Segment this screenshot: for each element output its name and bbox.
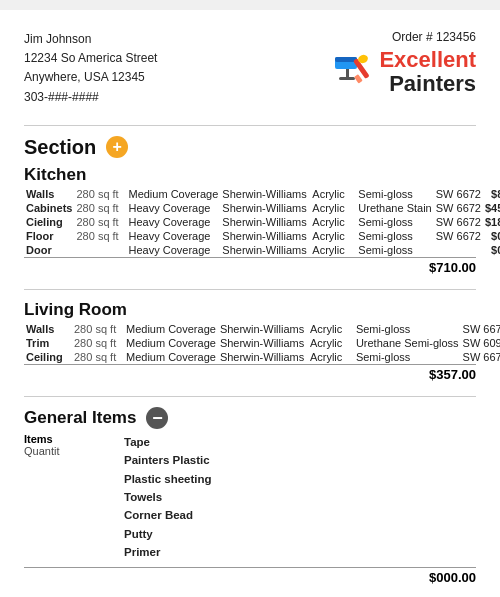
living-room-table: Walls 280 sq ft Medium Coverage Sherwin-…	[24, 322, 500, 364]
remove-general-button[interactable]: −	[146, 407, 168, 429]
table-row: Floor 280 sq ft Heavy Coverage Sherwin-W…	[24, 229, 500, 243]
table-row: Door Heavy Coverage Sherwin-Williams Acr…	[24, 243, 500, 257]
items-col-header: Items	[24, 433, 114, 445]
living-room-title: Living Room	[24, 300, 476, 320]
page: Jim Johnson 12234 So America Street Anyw…	[0, 10, 500, 597]
table-row: Walls 280 sq ft Medium Coverage Sherwin-…	[24, 187, 500, 201]
header-divider	[24, 125, 476, 126]
address-line1: 12234 So America Street	[24, 49, 157, 68]
customer-name: Jim Johnson	[24, 30, 157, 49]
general-item: Plastic sheeting	[124, 470, 212, 488]
kitchen-divider	[24, 289, 476, 290]
quantity-col-header: Quantit	[24, 445, 114, 457]
general-items-list: TapePainters PlasticPlastic sheetingTowe…	[124, 433, 212, 562]
section-label: Section	[24, 136, 96, 159]
table-row: Cieling 280 sq ft Heavy Coverage Sherwin…	[24, 215, 500, 229]
kitchen-section: Kitchen Walls 280 sq ft Medium Coverage …	[24, 165, 476, 275]
general-item: Corner Bead	[124, 506, 212, 524]
phone: 303-###-####	[24, 88, 157, 107]
kitchen-total: $710.00	[24, 257, 476, 275]
general-content: Items Quantit TapePainters PlasticPlasti…	[24, 433, 476, 562]
order-block: Order # 123456	[329, 30, 476, 96]
svg-rect-1	[335, 57, 357, 62]
table-row: Ceiling 280 sq ft Medium Coverage Sherwi…	[24, 350, 500, 364]
general-item: Tape	[124, 433, 212, 451]
address-block: Jim Johnson 12234 So America Street Anyw…	[24, 30, 157, 107]
living-room-total: $357.00	[24, 364, 476, 382]
kitchen-table: Walls 280 sq ft Medium Coverage Sherwin-…	[24, 187, 500, 257]
general-item: Putty	[124, 525, 212, 543]
logo-excellent: Excellent	[379, 47, 476, 72]
general-item: Towels	[124, 488, 212, 506]
logo: Excellent Painters	[329, 48, 476, 96]
header: Jim Johnson 12234 So America Street Anyw…	[24, 30, 476, 107]
address-line2: Anywhere, USA 12345	[24, 68, 157, 87]
logo-painters: Painters	[389, 71, 476, 96]
svg-rect-3	[339, 77, 355, 80]
general-header: General Items −	[24, 407, 476, 429]
general-col-labels: Items Quantit	[24, 433, 114, 562]
living-room-divider	[24, 396, 476, 397]
add-section-button[interactable]: +	[106, 136, 128, 158]
section-header: Section +	[24, 136, 476, 159]
logo-icon	[329, 49, 373, 96]
table-row: Cabinets 280 sq ft Heavy Coverage Sherwi…	[24, 201, 500, 215]
living-room-section: Living Room Walls 280 sq ft Medium Cover…	[24, 300, 476, 382]
table-row: Walls 280 sq ft Medium Coverage Sherwin-…	[24, 322, 500, 336]
general-total: $000.00	[24, 567, 476, 585]
general-item: Primer	[124, 543, 212, 561]
general-items-section: General Items − Items Quantit TapePainte…	[24, 407, 476, 586]
general-item: Painters Plastic	[124, 451, 212, 469]
table-row: Trim 280 sq ft Medium Coverage Sherwin-W…	[24, 336, 500, 350]
svg-rect-5	[354, 74, 363, 83]
kitchen-title: Kitchen	[24, 165, 476, 185]
order-number: Order # 123456	[392, 30, 476, 44]
general-title: General Items	[24, 408, 136, 428]
logo-text: Excellent Painters	[379, 48, 476, 96]
